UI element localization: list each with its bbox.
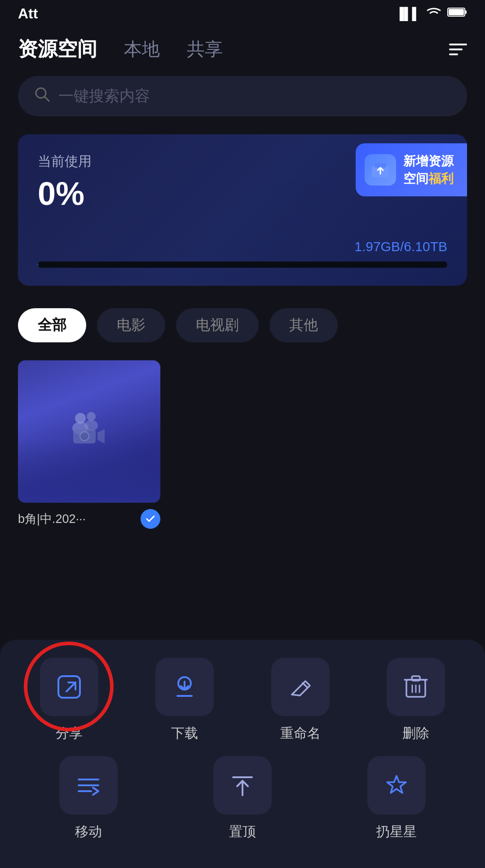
filter-tab-tv[interactable]: 电视剧	[176, 308, 259, 342]
share-button[interactable]	[40, 658, 98, 716]
menu-line-3	[449, 53, 458, 55]
action-item-star[interactable]: 扔星星	[326, 756, 467, 841]
promo-text: 新增资源 空间福利	[403, 152, 454, 187]
nav-tabs: 资源空间 本地 共享	[18, 36, 223, 62]
rename-button[interactable]	[271, 658, 330, 716]
search-container: 一键搜索内容	[18, 76, 467, 116]
search-bar[interactable]: 一键搜索内容	[18, 76, 467, 116]
download-label: 下载	[171, 724, 198, 743]
search-placeholder-text: 一键搜索内容	[58, 86, 150, 106]
download-button[interactable]	[155, 658, 214, 716]
svg-rect-2	[449, 9, 464, 15]
svg-rect-23	[412, 676, 420, 681]
action-item-delete[interactable]: 删除	[365, 658, 467, 743]
svg-line-19	[303, 683, 307, 687]
action-item-download[interactable]: 下载	[134, 658, 236, 743]
status-icons: ▐▌▌	[396, 6, 467, 22]
promo-highlight: 福利	[428, 172, 454, 186]
file-name: b角|中.202···	[18, 511, 134, 527]
file-name-row: b角|中.202···	[18, 509, 160, 529]
svg-line-4	[44, 97, 49, 101]
filter-tab-other[interactable]: 其他	[269, 308, 338, 342]
move-button[interactable]	[59, 756, 118, 815]
svg-line-15	[66, 682, 75, 691]
nav-tab-bendi[interactable]: 本地	[124, 37, 160, 62]
svg-rect-1	[465, 10, 467, 14]
storage-card: 当前使用 0% 新增资源 空间福利 1.97GB/6.10TB	[18, 134, 467, 286]
action-item-share[interactable]: 分享	[18, 658, 120, 743]
svg-rect-14	[58, 676, 80, 698]
bottom-panel: 分享 下载 重命名	[0, 640, 485, 868]
svg-marker-13	[97, 429, 105, 443]
rename-label: 重命名	[280, 724, 321, 743]
file-checkbox[interactable]	[141, 509, 160, 529]
filter-tab-movie[interactable]: 电影	[97, 308, 165, 342]
promo-icon	[365, 154, 396, 186]
battery-icon	[447, 7, 467, 21]
action-item-pin[interactable]: 置顶	[172, 756, 313, 841]
nav-tab-ziyuan[interactable]: 资源空间	[18, 36, 97, 62]
action-item-move[interactable]: 移动	[18, 756, 159, 841]
status-time: Att	[18, 5, 38, 22]
status-bar: Att ▐▌▌	[0, 0, 485, 27]
star-button[interactable]	[367, 756, 426, 815]
filter-tab-all[interactable]: 全部	[18, 308, 86, 342]
promo-line2: 空间福利	[403, 170, 454, 187]
menu-line-1	[449, 44, 467, 45]
delete-label: 删除	[402, 724, 429, 743]
file-item[interactable]: b角|中.202···	[18, 360, 160, 529]
pin-button[interactable]	[213, 756, 272, 815]
storage-used: 1.97GB/6.10TB	[38, 239, 447, 254]
move-label: 移动	[75, 823, 102, 841]
pin-label: 置顶	[229, 823, 256, 841]
share-label: 分享	[56, 724, 83, 743]
star-label: 扔星星	[376, 823, 417, 841]
filter-tabs: 全部 电影 电视剧 其他	[0, 308, 485, 342]
signal-icon: ▐▌▌	[396, 7, 420, 21]
menu-line-2	[449, 49, 463, 50]
action-grid-bottom: 移动 置顶 扔星星	[18, 756, 467, 841]
search-icon	[34, 86, 50, 106]
top-nav: 资源空间 本地 共享	[0, 27, 485, 76]
action-item-rename[interactable]: 重命名	[249, 658, 352, 743]
file-grid: b角|中.202···	[0, 360, 485, 529]
delete-button[interactable]	[387, 658, 445, 716]
file-thumbnail	[18, 360, 160, 503]
promo-line1: 新增资源	[403, 152, 454, 170]
wifi-icon	[426, 6, 442, 22]
menu-icon[interactable]	[449, 44, 467, 55]
action-grid-top: 分享 下载 重命名	[18, 658, 467, 743]
promo-badge[interactable]: 新增资源 空间福利	[356, 143, 467, 196]
storage-bar	[38, 261, 447, 268]
video-icon	[67, 408, 112, 455]
svg-point-9	[87, 412, 96, 421]
nav-tab-gongxiang[interactable]: 共享	[187, 37, 223, 62]
svg-point-12	[80, 432, 89, 441]
